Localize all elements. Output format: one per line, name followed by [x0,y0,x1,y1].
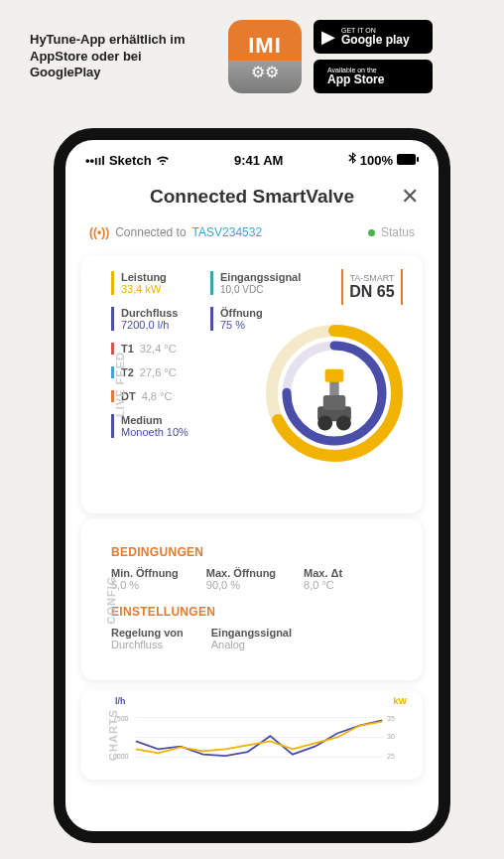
google-play-badge[interactable]: ▶ GET IT ON Google play [314,20,433,54]
config-card: CONFIG BEDINGUNGEN Min. Öffnung 5,0 % Ma… [81,519,423,680]
app-icon-label: IMI [248,33,282,59]
chart-right-unit: kW [394,696,408,706]
gauge [260,319,409,468]
app-icon: IMI ⚙⚙ [228,20,302,93]
metric-durchfluss: Durchfluss 7200,0 l/h [111,307,192,331]
config-max-offnung: Max. Öffnung 90,0 % [206,567,276,591]
svg-text:25: 25 [387,753,395,760]
charts-vlabel: CHARTS [107,709,119,761]
chart-left-unit: l/h [115,696,126,706]
phone-frame: ••ııl Sketch 9:41 AM 100% Connected Smar… [54,128,450,843]
metric-signal: Eingangssignal 10,0 VDC [210,271,300,295]
svg-point-7 [317,416,332,431]
svg-rect-11 [323,395,346,410]
svg-rect-1 [417,157,419,162]
svg-text:35: 35 [387,715,395,722]
status-indicator-icon [368,229,375,236]
carrier-name: Sketch [109,153,152,168]
product-series: TA-SMART [343,273,401,283]
metric-leistung: Leistung 33,4 kW [111,271,192,295]
product-badge: TA-SMART DN 65 [341,269,403,305]
page-title: Connected SmartValve [150,186,354,208]
status-time: 9:41 AM [234,153,283,168]
battery-text: 100% [360,153,393,168]
device-id[interactable]: TASV234532 [192,225,263,239]
config-max-dt: Max. Δt 8,0 °C [304,567,342,591]
config-signal: Eingangssignal Analog [211,627,292,650]
store-badges: ▶ GET IT ON Google play Available on the… [314,20,433,93]
gear-icon: ⚙⚙ [251,63,279,81]
connection-bar: ((•)) Connected to TASV234532 Status [65,221,439,249]
status-label: Status [381,225,415,239]
live-feed-card: LIVE FEED Leistung 33,4 kW Durchfluss 72… [81,255,423,513]
charts-card: CHARTS l/h kW 7500 6000 35 30 25 [81,690,423,780]
config-vlabel: CONFIG [105,576,117,625]
screen-header: Connected SmartValve ✕ [65,172,439,221]
bluetooth-icon [348,152,356,168]
app-store-badge[interactable]: Available on the App Store [314,60,433,93]
metric-medium: Medium Monoeth 10% [111,414,192,438]
config-title-bedingungen: BEDINGUNGEN [111,545,407,559]
promo-header: HyTune-App erhältlich im AppStore oder b… [0,0,504,103]
promo-text: HyTune-App erhältlich im AppStore oder b… [30,32,208,82]
config-regelung: Regelung von Durchfluss [111,627,184,650]
status-bar: ••ııl Sketch 9:41 AM 100% [65,140,439,172]
svg-rect-10 [325,369,344,382]
svg-rect-0 [397,154,416,165]
signal-icon: ••ııl [85,153,105,168]
battery-icon [397,153,419,168]
svg-point-8 [336,416,351,431]
chart-plot: 7500 6000 35 30 25 [111,700,407,765]
connected-label: Connected to [115,225,186,239]
valve-image [298,359,372,434]
play-icon: ▶ [321,26,335,48]
close-button[interactable]: ✕ [401,184,419,210]
wifi-icon [156,153,170,168]
config-title-einstellungen: EINSTELLUNGEN [111,605,407,619]
live-feed-vlabel: LIVE FEED [114,352,126,417]
svg-text:30: 30 [387,733,395,740]
broadcast-icon: ((•)) [89,225,109,239]
product-size: DN 65 [343,283,401,301]
config-min-offnung: Min. Öffnung 5,0 % [111,567,179,591]
